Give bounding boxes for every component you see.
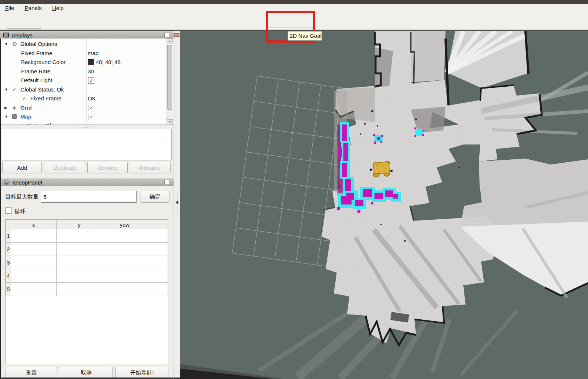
cell-yaw[interactable] (102, 269, 147, 283)
status-ok-check-icon: ✓ (22, 95, 27, 102)
menu-help[interactable]: Help (48, 4, 67, 12)
teleop-float-button[interactable] (164, 180, 170, 185)
table-row: 4 (6, 269, 168, 283)
table-row: 3 (6, 256, 168, 269)
row-filler (147, 229, 168, 243)
tree-label: Global Status: Ok (20, 86, 64, 93)
column-header-y[interactable]: y (56, 220, 102, 229)
checkmark-icon: ✓ (89, 114, 94, 120)
tree-value[interactable]: 30 (88, 68, 94, 74)
cell-yaw[interactable] (102, 229, 147, 243)
scroll-up-arrow-icon[interactable]: ▲ (167, 39, 173, 44)
tree-row-fixed-frame-status[interactable]: ✓ Fixed Frame OK (0, 94, 167, 103)
row-filler (147, 283, 168, 296)
teleop-panel-title: TeleopPanel (11, 179, 42, 186)
tree-row-map[interactable]: ▼ Map ✓ (0, 113, 167, 122)
status-ok-check-icon: ✓ (19, 122, 23, 125)
menu-file[interactable]: File (1, 4, 18, 12)
column-header-yaw[interactable]: yaw (102, 220, 147, 229)
cell-y[interactable] (56, 229, 102, 243)
displays-float-button[interactable] (164, 33, 170, 38)
toolbar: ☝ Interact Move Camera Select Focus Came… (0, 13, 588, 30)
occupancy-map-canvas (180, 31, 588, 379)
tree-row-global-options[interactable]: ▼ ⚙ Global Options (0, 40, 167, 49)
add-display-button[interactable]: Add (2, 162, 42, 173)
tree-value[interactable]: map (88, 50, 98, 56)
loop-checkbox[interactable] (5, 207, 11, 214)
teleop-diamond-icon (4, 180, 10, 186)
table-corner-cell (6, 220, 11, 229)
chevron-down-icon[interactable]: ▼ (4, 42, 8, 46)
max-goals-input[interactable] (41, 191, 137, 203)
nav-goal-tooltip: 2D Nav Goal (288, 31, 322, 41)
row-header[interactable]: 3 (6, 256, 11, 269)
row-filler (147, 269, 168, 283)
tree-label: Default Light (21, 77, 52, 83)
header-filler (147, 220, 168, 229)
cell-y[interactable] (56, 256, 102, 269)
rename-display-button: Rename (130, 162, 171, 173)
displays-monitor-icon (3, 33, 9, 37)
cell-x[interactable] (11, 256, 56, 269)
chevron-down-icon[interactable]: ▼ (4, 87, 8, 92)
horizontal-splitter-handle[interactable] (78, 126, 93, 128)
tree-row-grid[interactable]: ▶ ◈ Grid ✓ (0, 104, 167, 113)
cell-yaw[interactable] (102, 256, 147, 269)
checked-checkbox[interactable]: ✓ (88, 77, 94, 84)
tree-row-map-status-partial[interactable]: ▶ ✓ Status: Ok (0, 122, 167, 125)
row-filler (147, 256, 168, 269)
cell-yaw[interactable] (102, 243, 147, 256)
tree-row-default-light[interactable]: Default Light ✓ (0, 76, 167, 85)
table-row: 2 (6, 243, 168, 256)
scrollbar-thumb[interactable] (167, 45, 172, 110)
cancel-button[interactable]: 取消 (60, 367, 112, 378)
color-swatch[interactable] (88, 59, 94, 65)
displays-panel-header[interactable]: Displays (0, 31, 174, 39)
row-header[interactable]: 1 (6, 229, 11, 243)
menu-panels[interactable]: Panels (21, 4, 46, 12)
tree-scrollbar[interactable]: ▲ ▼ (167, 39, 172, 125)
cell-x[interactable] (11, 229, 56, 243)
tree-row-background-color[interactable]: Background Color 48; 48; 48 (0, 58, 167, 67)
tree-value[interactable]: 48; 48; 48 (96, 59, 121, 65)
reset-button[interactable]: 重置 (6, 367, 57, 378)
confirm-button[interactable]: 确定 (141, 191, 169, 203)
checked-checkbox[interactable]: ✓ (88, 114, 94, 120)
column-header-x[interactable]: x (11, 220, 56, 229)
table-row: 1 (6, 229, 168, 243)
cell-x[interactable] (11, 269, 56, 283)
scroll-down-arrow-icon[interactable]: ▼ (167, 119, 173, 125)
tree-label: Grid (20, 104, 32, 111)
start-navigation-button[interactable]: 开始导航! (115, 367, 168, 378)
remove-display-button: Remove (87, 162, 128, 173)
description-box (2, 129, 172, 160)
chevron-right-icon[interactable]: ▶ (10, 123, 13, 125)
cell-y[interactable] (56, 283, 102, 296)
map-display-icon (12, 114, 17, 119)
row-header[interactable]: 5 (6, 283, 11, 296)
cell-y[interactable] (56, 243, 102, 256)
displays-tree[interactable]: ▼ ⚙ Global Options Fixed Frame map Backg… (0, 39, 174, 125)
displays-panel-title: Displays (11, 32, 33, 39)
tree-row-frame-rate[interactable]: Frame Rate 30 (0, 67, 167, 76)
chevron-down-icon[interactable]: ▼ (4, 114, 8, 119)
render-view[interactable] (180, 31, 588, 379)
tree-label: Global Options (20, 41, 57, 47)
chevron-right-icon[interactable]: ▶ (4, 106, 7, 110)
collapse-panel-arrow-icon[interactable] (176, 200, 178, 205)
tree-row-fixed-frame[interactable]: Fixed Frame map (0, 49, 167, 58)
cell-x[interactable] (11, 243, 56, 256)
cell-y[interactable] (56, 269, 102, 283)
checked-checkbox[interactable]: ✓ (88, 105, 94, 111)
menu-bar: File Panels Help (0, 4, 588, 13)
tree-value: OK (88, 95, 96, 102)
panel-border (174, 31, 174, 379)
cell-yaw[interactable] (102, 283, 147, 296)
tree-label: Fixed Frame (21, 50, 52, 56)
tree-row-global-status[interactable]: ▼ ✓ Global Status: Ok (0, 86, 167, 94)
row-header[interactable]: 4 (6, 269, 11, 283)
row-header[interactable]: 2 (6, 243, 11, 256)
teleop-panel-header[interactable]: TeleopPanel (0, 178, 174, 186)
tree-label: Frame Rate (21, 68, 50, 74)
cell-x[interactable] (11, 283, 56, 296)
